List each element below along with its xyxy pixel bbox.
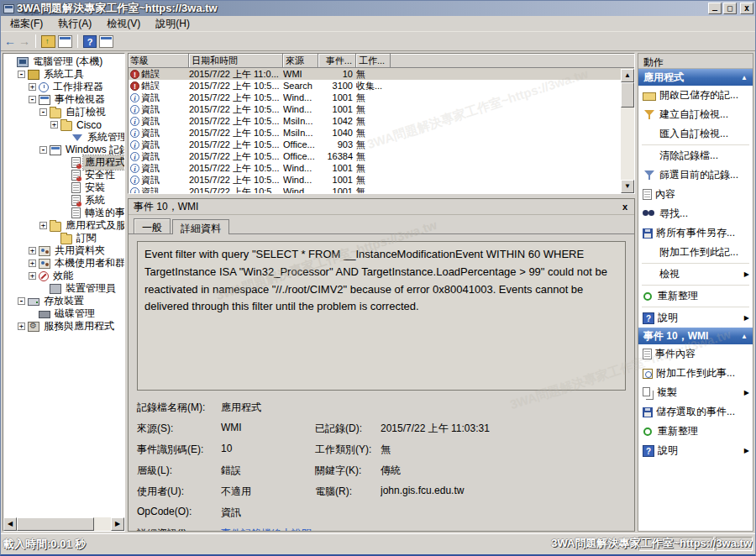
expand-expander-icon[interactable] [29,272,36,280]
event-row[interactable]: 資訊2015/7/22 上午 10:5...MsiIn...1040無 [129,127,634,139]
tree-item-subscriptions[interactable]: 訂閱 [3,232,124,244]
action-import-custom-view[interactable]: 匯入自訂檢視... [638,124,753,144]
column-header-task[interactable]: 工作... [356,54,391,67]
action-open-saved-log[interactable]: 開啟已儲存的記... [638,86,753,105]
collapse-expander-icon[interactable] [18,297,25,305]
tree-item-shared-folders[interactable]: 共用資料夾 [3,244,124,257]
tree-item-admin-events[interactable]: 系統管理事件 [3,131,124,144]
actions-section-application[interactable]: 應用程式 [638,69,753,86]
expand-expander-icon[interactable] [39,222,47,229]
tree-item-local-users-groups[interactable]: 本機使用者和群組 [3,257,124,270]
close-icon[interactable] [740,3,753,14]
action-help-event[interactable]: 說明 [638,441,753,460]
back-icon[interactable]: ← [4,35,16,47]
show-console-tree-icon[interactable] [41,35,55,48]
scroll-left-icon[interactable] [3,517,17,531]
scrollbar-thumb[interactable] [621,82,634,108]
event-row[interactable]: 資訊2015/7/22 上午 10:5...Wind...1001無 [129,162,634,174]
event-row[interactable]: 錯誤2015/7/22 上午 10:5...Search3100收集... [129,80,634,92]
event-row[interactable]: 資訊2015/7/22 上午 10:5...MsiIn...1042無 [129,115,634,127]
action-properties[interactable]: 內容 [638,185,753,204]
tree-horizontal-scrollbar[interactable] [3,517,124,531]
collapse-expander-icon[interactable] [29,96,36,103]
event-list-vertical-scrollbar[interactable] [621,69,634,193]
tree-item-services-applications[interactable]: 服務與應用程式 [3,320,124,333]
setup-log-icon [71,182,81,193]
event-log-online-help-link[interactable]: 事件記錄檔線上說明 [221,527,312,531]
collapse-section-icon[interactable] [741,333,748,340]
info-icon [130,117,139,126]
tree-item-custom-views[interactable]: 自訂檢視 [3,106,124,118]
minimize-icon[interactable] [708,3,722,14]
tree-item-system-tools[interactable]: 系統工具 [3,68,124,81]
event-row[interactable]: 資訊2015/7/22 上午 10:5...Wind...1001無 [129,103,634,115]
close-preview-icon[interactable]: x [621,202,629,212]
tab-general[interactable]: 一般 [134,218,171,233]
event-row[interactable]: 資訊2015/7/22 上午 10:5...Office...903無 [129,139,634,150]
forward-icon[interactable]: → [18,35,30,47]
action-save-all-events[interactable]: 將所有事件另存... [638,223,753,243]
tree-item-storage[interactable]: 存放裝置 [3,295,124,307]
tree-item-device-manager[interactable]: 裝置管理員 [3,282,124,295]
scroll-right-icon[interactable] [111,517,124,531]
tab-details[interactable]: 詳細資料 [172,219,229,234]
expand-expander-icon[interactable] [29,83,36,91]
tree-item-application-log[interactable]: 應用程式 [3,156,124,169]
actions-section-event[interactable]: 事件 10，WMI [638,328,753,344]
expand-expander-icon[interactable] [50,121,58,129]
menu-help[interactable]: 說明(H) [148,15,197,33]
column-header-event-id[interactable]: 事件... [318,54,356,67]
column-header-level[interactable]: 等級 [129,54,189,67]
maximize-icon[interactable] [723,3,737,14]
event-description[interactable]: Event filter with query "SELECT * FROM _… [137,241,626,391]
event-row[interactable]: 資訊2015/7/22 上午 10:5...Wind...1001無 [129,92,634,103]
action-create-custom-view[interactable]: 建立自訂檢視... [638,105,753,124]
action-help[interactable]: 說明 [638,308,753,328]
tree-item-disk-management[interactable]: 磁碟管理 [3,307,124,320]
event-row[interactable]: 資訊2015/7/22 上午 10:5...Wind...1001無 [129,186,634,194]
event-row[interactable]: 錯誤2015/7/22 上午 11:0...WMI10無 [129,68,634,80]
tree-item-cisco[interactable]: Cisco [3,118,124,131]
scroll-down-icon[interactable] [621,180,634,193]
tree-item-setup-log[interactable]: 安裝 [3,181,124,194]
menu-view[interactable]: 檢視(V) [99,15,148,33]
tree-item-computer-management[interactable]: 電腦管理 (本機) [3,55,124,68]
action-find[interactable]: 尋找... [638,204,753,223]
collapse-expander-icon[interactable] [39,146,47,154]
help-icon[interactable] [83,35,97,48]
action-event-properties[interactable]: 事件內容 [638,344,753,364]
tree-item-performance[interactable]: 效能 [3,270,124,282]
action-view[interactable]: 檢視 [638,265,753,284]
event-fields: 記錄檔名稱(M): 應用程式 來源(S): WMI 已記錄(D): 2015/7… [137,401,626,531]
action-save-selected-events[interactable]: 儲存選取的事件... [638,402,753,422]
column-header-datetime[interactable]: 日期和時間 [189,54,283,67]
scrollbar-thumb[interactable] [17,517,94,531]
expand-expander-icon[interactable] [18,323,25,330]
column-header-source[interactable]: 來源 [283,54,318,67]
action-clear-log[interactable]: 清除記錄檔... [638,146,753,165]
action-refresh-event[interactable]: 重新整理 [638,422,753,441]
collapse-expander-icon[interactable] [39,108,47,116]
tree-item-system-log[interactable]: 系統 [3,194,124,207]
expand-expander-icon[interactable] [29,247,36,254]
action-copy[interactable]: 複製 [638,383,753,402]
action-attach-task-to-event[interactable]: 附加工作到此事... [638,364,753,383]
expand-expander-icon[interactable] [29,260,36,267]
tree-item-windows-logs[interactable]: Windows 記錄 [3,144,124,156]
tree-item-security-log[interactable]: 安全性 [3,169,124,181]
event-row[interactable]: 資訊2015/7/22 上午 10:5...Office...16384無 [129,150,634,162]
event-row[interactable]: 資訊2015/7/22 上午 10:5...Wind...1001無 [129,174,634,186]
tree-item-task-scheduler[interactable]: 工作排程器 [3,81,124,93]
title-bar[interactable]: 電腦管理 3WA問題解決專家工作室~https://3wa.tw [1,1,755,16]
action-refresh[interactable]: 重新整理 [638,286,753,306]
tree-item-apps-services-logs[interactable]: 應用程式及服務 [3,219,124,232]
action-attach-task-to-log[interactable]: 附加工作到此記... [638,243,753,262]
console-window-icon[interactable] [99,35,113,48]
collapse-section-icon[interactable] [741,74,748,81]
tree-item-forwarded-events[interactable]: 轉送的事件 [3,207,124,219]
collapse-expander-icon[interactable] [18,71,25,78]
tree-item-event-viewer[interactable]: 事件檢視器 [3,93,124,106]
action-filter-current-log[interactable]: 篩選目前的記錄... [638,165,753,185]
scroll-up-icon[interactable] [621,69,634,82]
console-window-icon[interactable] [58,35,72,48]
